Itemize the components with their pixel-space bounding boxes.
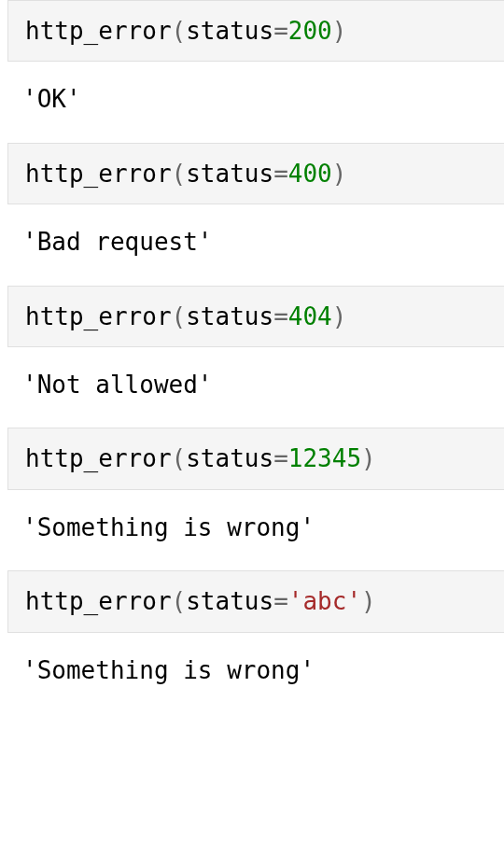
equals-sign: = <box>273 587 288 615</box>
code-cell-output: 'Something is wrong' <box>0 490 504 570</box>
paren-close: ) <box>361 587 376 615</box>
arg-value: 200 <box>288 17 332 45</box>
equals-sign: = <box>273 302 288 330</box>
arg-name: status <box>186 587 273 615</box>
paren-open: ( <box>172 302 187 330</box>
code-cell-output: 'Bad request' <box>0 204 504 285</box>
code-cell-input[interactable]: http_error(status='abc') <box>7 570 504 632</box>
arg-value: 'abc' <box>288 587 361 615</box>
function-name: http_error <box>25 444 172 472</box>
arg-name: status <box>186 17 273 45</box>
paren-open: ( <box>172 444 187 472</box>
paren-close: ) <box>361 444 376 472</box>
code-cell-output: 'Something is wrong' <box>0 633 504 713</box>
code-cell-output: 'Not allowed' <box>0 347 504 428</box>
equals-sign: = <box>273 160 288 188</box>
arg-name: status <box>186 302 273 330</box>
equals-sign: = <box>273 17 288 45</box>
code-cell-input[interactable]: http_error(status=12345) <box>7 428 504 489</box>
code-cell-input[interactable]: http_error(status=400) <box>7 143 504 204</box>
arg-value: 12345 <box>288 444 361 472</box>
paren-open: ( <box>172 160 187 188</box>
paren-close: ) <box>332 17 347 45</box>
code-cell-input[interactable]: http_error(status=404) <box>7 286 504 347</box>
arg-value: 400 <box>288 160 332 188</box>
paren-open: ( <box>172 17 187 45</box>
paren-close: ) <box>332 160 347 188</box>
function-name: http_error <box>25 17 172 45</box>
equals-sign: = <box>273 444 288 472</box>
code-cell-input[interactable]: http_error(status=200) <box>7 0 504 62</box>
arg-value: 404 <box>288 302 332 330</box>
arg-name: status <box>186 444 273 472</box>
function-name: http_error <box>25 302 172 330</box>
function-name: http_error <box>25 160 172 188</box>
arg-name: status <box>186 160 273 188</box>
paren-close: ) <box>332 302 347 330</box>
code-cell-output: 'OK' <box>0 62 504 142</box>
function-name: http_error <box>25 587 172 615</box>
paren-open: ( <box>172 587 187 615</box>
